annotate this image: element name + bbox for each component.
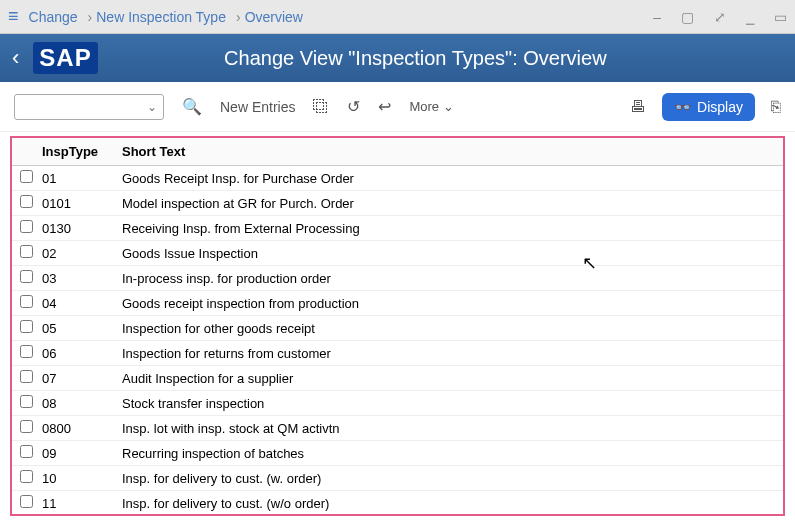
row-checkbox[interactable] xyxy=(20,320,33,333)
row-checkbox[interactable] xyxy=(20,245,33,258)
row-insptype[interactable]: 03 xyxy=(34,266,114,291)
row-checkbox[interactable] xyxy=(20,420,33,433)
table-row[interactable]: 05Inspection for other goods receipt xyxy=(12,316,783,341)
window-controls-icon[interactable]: ▭ xyxy=(774,9,787,25)
row-insptype[interactable]: 08 xyxy=(34,391,114,416)
menubar: ≡ Change › New Inspection Type › Overvie… xyxy=(0,0,795,34)
table-row[interactable]: 09Recurring inspection of batches xyxy=(12,441,783,466)
row-shorttext[interactable]: Recurring inspection of batches xyxy=(114,441,783,466)
row-shorttext[interactable]: Insp. lot with insp. stock at QM activtn xyxy=(114,416,783,441)
row-insptype[interactable]: 10 xyxy=(34,466,114,491)
col-checkbox xyxy=(12,138,34,166)
table-row[interactable]: 01Goods Receipt Insp. for Purchase Order xyxy=(12,166,783,191)
table-row[interactable]: 11Insp. for delivery to cust. (w/o order… xyxy=(12,491,783,516)
row-checkbox[interactable] xyxy=(20,270,33,283)
row-checkbox-cell xyxy=(12,316,34,341)
crumb-change[interactable]: Change xyxy=(29,9,78,25)
row-checkbox[interactable] xyxy=(20,195,33,208)
row-shorttext[interactable]: Goods Receipt Insp. for Purchase Order xyxy=(114,166,783,191)
row-checkbox[interactable] xyxy=(20,445,33,458)
table-row[interactable]: 07Audit Inspection for a supplier xyxy=(12,366,783,391)
page-title: Change View "Inspection Types": Overview xyxy=(138,47,693,70)
back-step-icon[interactable]: ↩ xyxy=(378,97,391,116)
new-entries-button[interactable]: New Entries xyxy=(220,99,295,115)
back-icon[interactable]: ‹ xyxy=(12,45,19,71)
row-checkbox-cell xyxy=(12,266,34,291)
table-wrap: InspType Short Text 01Goods Receipt Insp… xyxy=(10,136,785,516)
row-insptype[interactable]: 06 xyxy=(34,341,114,366)
row-insptype[interactable]: 07 xyxy=(34,366,114,391)
hamburger-icon[interactable]: ≡ xyxy=(8,6,19,27)
col-shorttext[interactable]: Short Text xyxy=(114,138,783,166)
row-checkbox[interactable] xyxy=(20,295,33,308)
row-insptype[interactable]: 0101 xyxy=(34,191,114,216)
table-row[interactable]: 0800Insp. lot with insp. stock at QM act… xyxy=(12,416,783,441)
row-checkbox[interactable] xyxy=(20,370,33,383)
row-insptype[interactable]: 01 xyxy=(34,166,114,191)
row-shorttext[interactable]: Goods receipt inspection from production xyxy=(114,291,783,316)
row-shorttext[interactable]: Goods Issue Inspection xyxy=(114,241,783,266)
row-checkbox[interactable] xyxy=(20,395,33,408)
col-insptype[interactable]: InspType xyxy=(34,138,114,166)
row-checkbox[interactable] xyxy=(20,345,33,358)
table-row[interactable]: 0101Model inspection at GR for Purch. Or… xyxy=(12,191,783,216)
table-row[interactable]: 04Goods receipt inspection from producti… xyxy=(12,291,783,316)
window-square-icon[interactable]: ▢ xyxy=(681,9,694,25)
minimize-thin-icon[interactable]: – xyxy=(653,9,661,25)
window-action-icon[interactable]: ⤢ xyxy=(714,9,726,25)
display-button[interactable]: 👓 Display xyxy=(662,93,755,121)
row-shorttext[interactable]: In-process insp. for production order xyxy=(114,266,783,291)
table-row[interactable]: 0130Receiving Insp. from External Proces… xyxy=(12,216,783,241)
row-shorttext[interactable]: Audit Inspection for a supplier xyxy=(114,366,783,391)
row-insptype[interactable]: 04 xyxy=(34,291,114,316)
search-icon[interactable]: 🔍 xyxy=(182,97,202,116)
chevron-down-icon: ⌄ xyxy=(147,100,157,114)
row-checkbox-cell xyxy=(12,166,34,191)
row-insptype[interactable]: 02 xyxy=(34,241,114,266)
chevron-down-icon: ⌄ xyxy=(443,99,454,114)
row-insptype[interactable]: 11 xyxy=(34,491,114,516)
header: ‹ SAP Change View "Inspection Types": Ov… xyxy=(0,34,795,82)
row-checkbox-cell xyxy=(12,441,34,466)
row-checkbox[interactable] xyxy=(20,220,33,233)
exit-icon[interactable]: ⎘ xyxy=(771,98,781,116)
more-menu[interactable]: More ⌄ xyxy=(409,99,454,114)
row-shorttext[interactable]: Inspection for returns from customer xyxy=(114,341,783,366)
crumb-sep: › xyxy=(236,9,241,25)
menubar-right: – ▢ ⤢ ⎯ ▭ xyxy=(653,9,787,25)
table-row[interactable]: 08Stock transfer inspection xyxy=(12,391,783,416)
row-shorttext[interactable]: Receiving Insp. from External Processing xyxy=(114,216,783,241)
crumb-overview[interactable]: Overview xyxy=(245,9,303,25)
row-insptype[interactable]: 0800 xyxy=(34,416,114,441)
table-row[interactable]: 10Insp. for delivery to cust. (w. order) xyxy=(12,466,783,491)
row-shorttext[interactable]: Inspection for other goods receipt xyxy=(114,316,783,341)
row-shorttext[interactable]: Model inspection at GR for Purch. Order xyxy=(114,191,783,216)
table-row[interactable]: 06Inspection for returns from customer xyxy=(12,341,783,366)
table-row[interactable]: 02Goods Issue Inspection xyxy=(12,241,783,266)
copy-icon[interactable]: ⿻ xyxy=(313,98,329,116)
combo-dropdown[interactable]: ⌄ xyxy=(14,94,164,120)
row-checkbox[interactable] xyxy=(20,495,33,508)
table-row[interactable]: 03In-process insp. for production order xyxy=(12,266,783,291)
display-label: Display xyxy=(697,99,743,115)
inspection-types-table: InspType Short Text 01Goods Receipt Insp… xyxy=(12,138,783,516)
row-shorttext[interactable]: Insp. for delivery to cust. (w. order) xyxy=(114,466,783,491)
row-checkbox[interactable] xyxy=(20,470,33,483)
row-insptype[interactable]: 0130 xyxy=(34,216,114,241)
undo-icon[interactable]: ↺ xyxy=(347,97,360,116)
print-icon[interactable]: 🖶 xyxy=(630,98,646,116)
row-insptype[interactable]: 09 xyxy=(34,441,114,466)
row-checkbox-cell xyxy=(12,291,34,316)
row-checkbox-cell xyxy=(12,241,34,266)
row-checkbox-cell xyxy=(12,491,34,516)
row-insptype[interactable]: 05 xyxy=(34,316,114,341)
row-shorttext[interactable]: Insp. for delivery to cust. (w/o order) xyxy=(114,491,783,516)
row-checkbox-cell xyxy=(12,366,34,391)
row-shorttext[interactable]: Stock transfer inspection xyxy=(114,391,783,416)
row-checkbox-cell xyxy=(12,416,34,441)
row-checkbox-cell xyxy=(12,216,34,241)
toolbar-right: 🖶 👓 Display ⎘ xyxy=(630,93,781,121)
row-checkbox[interactable] xyxy=(20,170,33,183)
window-close-icon[interactable]: ⎯ xyxy=(746,9,754,25)
crumb-new-type[interactable]: New Inspection Type xyxy=(96,9,226,25)
